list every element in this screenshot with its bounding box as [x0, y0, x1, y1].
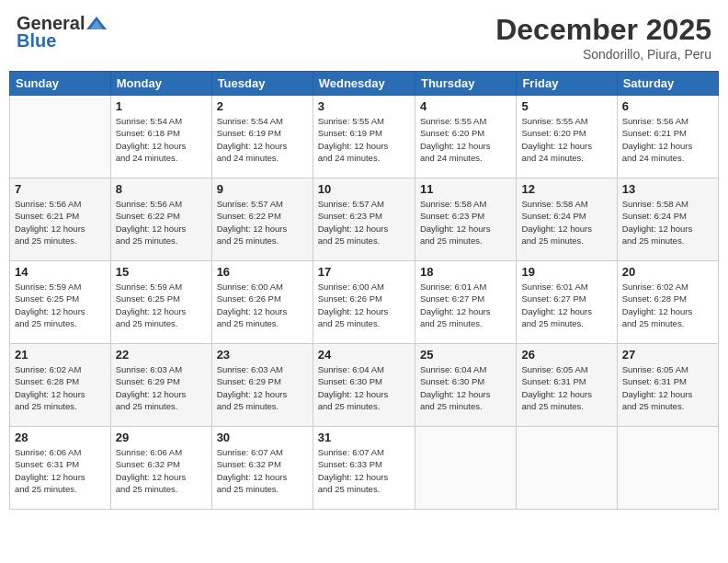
day-info: Sunrise: 6:05 AMSunset: 6:31 PMDaylight:… — [521, 363, 611, 412]
col-wednesday: Wednesday — [313, 72, 415, 96]
day-info: Sunrise: 6:04 AMSunset: 6:30 PMDaylight:… — [318, 363, 410, 412]
day-number: 31 — [318, 431, 410, 444]
week-row-3: 14Sunrise: 5:59 AMSunset: 6:25 PMDayligh… — [10, 261, 719, 344]
day-info: Sunrise: 5:55 AMSunset: 6:19 PMDaylight:… — [318, 115, 410, 164]
calendar-cell-w4-d2: 23Sunrise: 6:03 AMSunset: 6:29 PMDayligh… — [211, 344, 313, 427]
day-number: 9 — [217, 182, 308, 196]
calendar-cell-w3-d5: 19Sunrise: 6:01 AMSunset: 6:27 PMDayligh… — [517, 261, 617, 344]
calendar-cell-w4-d5: 26Sunrise: 6:05 AMSunset: 6:31 PMDayligh… — [517, 344, 617, 427]
day-info: Sunrise: 5:56 AMSunset: 6:21 PMDaylight:… — [622, 115, 713, 164]
calendar-cell-w3-d2: 16Sunrise: 6:00 AMSunset: 6:26 PMDayligh… — [211, 261, 313, 344]
day-number: 13 — [622, 182, 713, 196]
calendar-cell-w3-d0: 14Sunrise: 5:59 AMSunset: 6:25 PMDayligh… — [10, 261, 111, 344]
day-info: Sunrise: 6:01 AMSunset: 6:27 PMDaylight:… — [420, 281, 511, 329]
week-row-2: 7Sunrise: 5:56 AMSunset: 6:21 PMDaylight… — [10, 178, 719, 261]
calendar-cell-w1-d6: 6Sunrise: 5:56 AMSunset: 6:21 PMDaylight… — [617, 96, 718, 178]
calendar-cell-w3-d1: 15Sunrise: 5:59 AMSunset: 6:25 PMDayligh… — [110, 261, 211, 344]
day-number: 20 — [622, 265, 713, 279]
calendar-cell-w1-d4: 4Sunrise: 5:55 AMSunset: 6:20 PMDaylight… — [415, 96, 516, 178]
calendar-cell-w5-d5 — [517, 427, 617, 510]
day-info: Sunrise: 6:00 AMSunset: 6:26 PMDaylight:… — [217, 281, 308, 329]
calendar-cell-w3-d3: 17Sunrise: 6:00 AMSunset: 6:26 PMDayligh… — [313, 261, 415, 344]
calendar-cell-w4-d3: 24Sunrise: 6:04 AMSunset: 6:30 PMDayligh… — [313, 344, 415, 427]
month-title-block: December 2025 Sondorillo, Piura, Peru — [495, 13, 711, 62]
col-monday: Monday — [110, 72, 211, 96]
day-number: 4 — [420, 99, 511, 113]
day-info: Sunrise: 5:58 AMSunset: 6:23 PMDaylight:… — [420, 198, 511, 247]
day-number: 2 — [217, 99, 308, 113]
day-info: Sunrise: 6:00 AMSunset: 6:26 PMDaylight:… — [318, 281, 410, 329]
calendar-header-row: Sunday Monday Tuesday Wednesday Thursday… — [10, 72, 719, 96]
week-row-1: 1Sunrise: 5:54 AMSunset: 6:18 PMDaylight… — [10, 96, 719, 178]
day-number: 25 — [420, 348, 511, 362]
calendar-cell-w1-d3: 3Sunrise: 5:55 AMSunset: 6:19 PMDaylight… — [313, 96, 415, 178]
day-info: Sunrise: 5:56 AMSunset: 6:21 PMDaylight:… — [15, 198, 106, 247]
day-info: Sunrise: 6:03 AMSunset: 6:29 PMDaylight:… — [217, 363, 308, 412]
day-number: 7 — [15, 182, 106, 196]
calendar-cell-w1-d1: 1Sunrise: 5:54 AMSunset: 6:18 PMDaylight… — [110, 96, 211, 178]
day-info: Sunrise: 5:54 AMSunset: 6:18 PMDaylight:… — [116, 115, 207, 164]
day-number: 19 — [521, 265, 611, 279]
day-info: Sunrise: 5:56 AMSunset: 6:22 PMDaylight:… — [116, 198, 207, 247]
day-info: Sunrise: 5:59 AMSunset: 6:25 PMDaylight:… — [116, 281, 207, 329]
day-info: Sunrise: 6:06 AMSunset: 6:31 PMDaylight:… — [15, 446, 106, 495]
day-number: 18 — [420, 265, 511, 279]
calendar-cell-w5-d2: 30Sunrise: 6:07 AMSunset: 6:32 PMDayligh… — [211, 427, 313, 510]
calendar-cell-w5-d3: 31Sunrise: 6:07 AMSunset: 6:33 PMDayligh… — [313, 427, 415, 510]
col-friday: Friday — [517, 72, 617, 96]
calendar-cell-w4-d1: 22Sunrise: 6:03 AMSunset: 6:29 PMDayligh… — [110, 344, 211, 427]
day-number: 16 — [217, 265, 308, 279]
day-number: 1 — [116, 99, 207, 113]
day-info: Sunrise: 6:06 AMSunset: 6:32 PMDaylight:… — [116, 446, 207, 495]
day-info: Sunrise: 6:07 AMSunset: 6:33 PMDaylight:… — [318, 446, 410, 495]
calendar-cell-w1-d5: 5Sunrise: 5:55 AMSunset: 6:20 PMDaylight… — [517, 96, 617, 178]
logo-blue: Blue — [17, 30, 56, 52]
logo-icon — [86, 17, 107, 31]
calendar-cell-w2-d1: 8Sunrise: 5:56 AMSunset: 6:22 PMDaylight… — [110, 178, 211, 261]
day-number: 10 — [318, 182, 410, 196]
calendar-cell-w4-d4: 25Sunrise: 6:04 AMSunset: 6:30 PMDayligh… — [415, 344, 516, 427]
calendar-cell-w4-d0: 21Sunrise: 6:02 AMSunset: 6:28 PMDayligh… — [10, 344, 111, 427]
day-info: Sunrise: 5:55 AMSunset: 6:20 PMDaylight:… — [420, 115, 511, 164]
day-info: Sunrise: 6:02 AMSunset: 6:28 PMDaylight:… — [622, 281, 713, 329]
calendar-cell-w5-d6 — [617, 427, 718, 510]
day-number: 3 — [318, 99, 410, 113]
day-number: 15 — [116, 265, 207, 279]
day-info: Sunrise: 5:57 AMSunset: 6:22 PMDaylight:… — [217, 198, 308, 247]
page-header: General Blue December 2025 Sondorillo, P… — [9, 9, 719, 65]
calendar-cell-w2-d6: 13Sunrise: 5:58 AMSunset: 6:24 PMDayligh… — [617, 178, 718, 261]
day-info: Sunrise: 6:04 AMSunset: 6:30 PMDaylight:… — [420, 363, 511, 412]
day-number: 29 — [116, 431, 207, 444]
col-saturday: Saturday — [617, 72, 718, 96]
day-number: 6 — [622, 99, 713, 113]
day-number: 30 — [217, 431, 308, 444]
calendar-table: Sunday Monday Tuesday Wednesday Thursday… — [9, 71, 719, 510]
day-number: 17 — [318, 265, 410, 279]
day-info: Sunrise: 6:03 AMSunset: 6:29 PMDaylight:… — [116, 363, 207, 412]
day-number: 27 — [622, 348, 713, 362]
day-info: Sunrise: 6:05 AMSunset: 6:31 PMDaylight:… — [622, 363, 713, 412]
day-number: 8 — [116, 182, 207, 196]
calendar-cell-w2-d5: 12Sunrise: 5:58 AMSunset: 6:24 PMDayligh… — [517, 178, 617, 261]
calendar-cell-w5-d0: 28Sunrise: 6:06 AMSunset: 6:31 PMDayligh… — [10, 427, 111, 510]
calendar-cell-w2-d3: 10Sunrise: 5:57 AMSunset: 6:23 PMDayligh… — [313, 178, 415, 261]
day-number: 28 — [15, 431, 106, 444]
day-number: 5 — [521, 99, 611, 113]
day-number: 24 — [318, 348, 410, 362]
calendar-cell-w4-d6: 27Sunrise: 6:05 AMSunset: 6:31 PMDayligh… — [617, 344, 718, 427]
week-row-4: 21Sunrise: 6:02 AMSunset: 6:28 PMDayligh… — [10, 344, 719, 427]
day-number: 26 — [521, 348, 611, 362]
calendar-cell-w2-d0: 7Sunrise: 5:56 AMSunset: 6:21 PMDaylight… — [10, 178, 111, 261]
calendar-cell-w3-d4: 18Sunrise: 6:01 AMSunset: 6:27 PMDayligh… — [415, 261, 516, 344]
day-info: Sunrise: 5:59 AMSunset: 6:25 PMDaylight:… — [15, 281, 106, 329]
calendar-cell-w2-d4: 11Sunrise: 5:58 AMSunset: 6:23 PMDayligh… — [415, 178, 516, 261]
month-title: December 2025 — [495, 13, 711, 47]
day-info: Sunrise: 5:58 AMSunset: 6:24 PMDaylight:… — [521, 198, 611, 247]
day-number: 21 — [15, 348, 106, 362]
day-info: Sunrise: 5:54 AMSunset: 6:19 PMDaylight:… — [217, 115, 308, 164]
col-sunday: Sunday — [10, 72, 111, 96]
calendar-cell-w1-d2: 2Sunrise: 5:54 AMSunset: 6:19 PMDaylight… — [211, 96, 313, 178]
col-thursday: Thursday — [415, 72, 516, 96]
day-number: 12 — [521, 182, 611, 196]
calendar-cell-w2-d2: 9Sunrise: 5:57 AMSunset: 6:22 PMDaylight… — [211, 178, 313, 261]
